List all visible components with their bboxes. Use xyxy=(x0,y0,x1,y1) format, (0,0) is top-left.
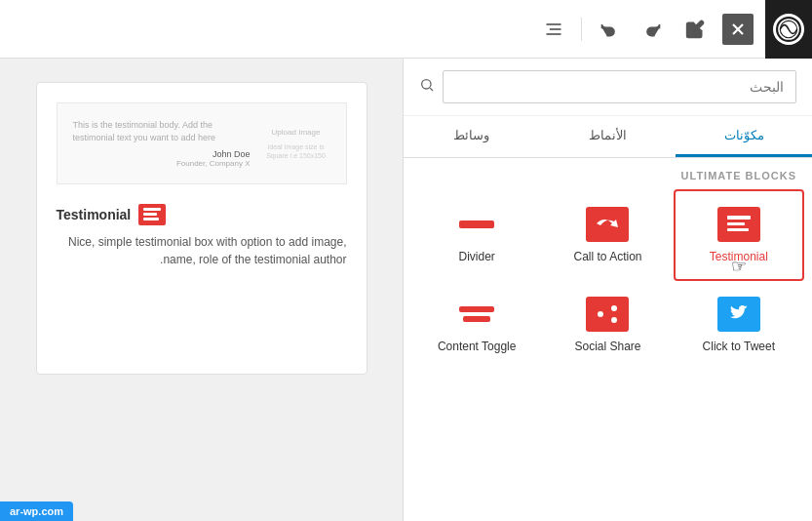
ideal-label: Ideal Image size is Square i.e 150x150 xyxy=(262,142,330,160)
svg-rect-12 xyxy=(727,216,751,220)
block-item-cta[interactable]: Call to Action xyxy=(542,189,673,281)
testimonial-author-name: John Doe xyxy=(73,149,251,159)
testimonial-body: This is the testimonial body. Add the te… xyxy=(73,119,251,143)
content-toggle-label: Content Toggle xyxy=(438,340,517,353)
svg-rect-14 xyxy=(727,228,749,231)
upload-image-area: Upload Image Ideal Image size is Square … xyxy=(262,119,330,168)
block-item-divider[interactable]: Divider xyxy=(411,189,542,281)
testimonial-icon xyxy=(717,207,760,242)
click-tweet-label: Click to Tweet xyxy=(703,340,775,353)
testimonial-icon-small xyxy=(138,204,166,225)
block-description: Nice, simple testimonial box with option… xyxy=(57,233,347,268)
search-icon xyxy=(419,77,435,97)
block-item-testimonial[interactable]: Testimonial ☞ xyxy=(674,189,804,281)
tab-patterns[interactable]: الأنماط xyxy=(540,116,677,157)
undo-icon[interactable] xyxy=(594,14,625,45)
block-item-click-tweet[interactable]: Click to Tweet xyxy=(674,281,804,369)
ct-bar-2 xyxy=(463,316,490,322)
svg-rect-8 xyxy=(143,213,157,216)
sidebar: مكوّنات الأنماط وسائط ULTIMATE BLOCKS Di… xyxy=(403,59,812,521)
upload-label: Upload Image xyxy=(272,127,321,138)
tab-components[interactable]: مكوّنات xyxy=(676,116,812,157)
testimonial-text-area: This is the testimonial body. Add the te… xyxy=(73,119,251,168)
block-preview-card: This is the testimonial body. Add the te… xyxy=(36,82,367,375)
toolbar xyxy=(0,0,812,59)
divider-bar xyxy=(459,220,494,228)
main-layout: This is the testimonial body. Add the te… xyxy=(0,59,812,521)
close-button[interactable] xyxy=(722,14,754,45)
social-share-icon xyxy=(586,297,629,332)
ct-bar-1 xyxy=(459,306,494,312)
cta-label: Call to Action xyxy=(573,250,641,263)
testimonial-label: Testimonial xyxy=(710,250,768,263)
block-info: Testimonial xyxy=(57,204,347,225)
wp-logo-icon xyxy=(773,14,804,45)
block-item-content-toggle[interactable]: Content Toggle xyxy=(411,281,542,369)
click-tweet-icon xyxy=(717,297,760,332)
divider-label: Divider xyxy=(458,250,494,263)
blocks-grid: Divider Call to Action xyxy=(404,189,812,369)
divider-icon xyxy=(455,207,498,242)
search-input[interactable] xyxy=(443,70,796,103)
block-item-social-share[interactable]: Social Share xyxy=(542,281,673,369)
svg-line-18 xyxy=(603,309,611,313)
svg-rect-13 xyxy=(727,222,745,225)
branding-text: ar-wp.com xyxy=(10,505,63,517)
testimonial-author-role: Founder, Company X xyxy=(73,159,251,168)
content-toggle-icon xyxy=(455,297,498,332)
toolbar-divider-1 xyxy=(581,18,582,41)
branding-label: ar-wp.com xyxy=(0,501,73,521)
social-share-label: Social Share xyxy=(574,340,640,353)
svg-rect-7 xyxy=(143,208,161,211)
svg-rect-9 xyxy=(143,218,159,220)
svg-point-10 xyxy=(422,80,431,89)
content-area: This is the testimonial body. Add the te… xyxy=(0,59,403,521)
svg-point-17 xyxy=(611,317,617,323)
search-bar xyxy=(404,59,812,116)
svg-point-16 xyxy=(598,311,603,317)
tabs-row: مكوّنات الأنماط وسائط xyxy=(404,116,812,158)
block-title: Testimonial xyxy=(57,207,132,222)
svg-line-11 xyxy=(430,88,433,91)
wp-logo-area[interactable] xyxy=(765,0,812,59)
testimonial-preview: This is the testimonial body. Add the te… xyxy=(57,102,347,184)
svg-point-15 xyxy=(611,305,617,311)
align-icon[interactable] xyxy=(538,14,569,45)
redo-icon[interactable] xyxy=(637,14,668,45)
section-label: ULTIMATE BLOCKS xyxy=(404,158,812,189)
tab-media[interactable]: وسائط xyxy=(404,116,540,157)
cta-icon xyxy=(586,207,629,242)
svg-line-19 xyxy=(603,315,611,319)
edit-icon[interactable] xyxy=(679,14,711,45)
